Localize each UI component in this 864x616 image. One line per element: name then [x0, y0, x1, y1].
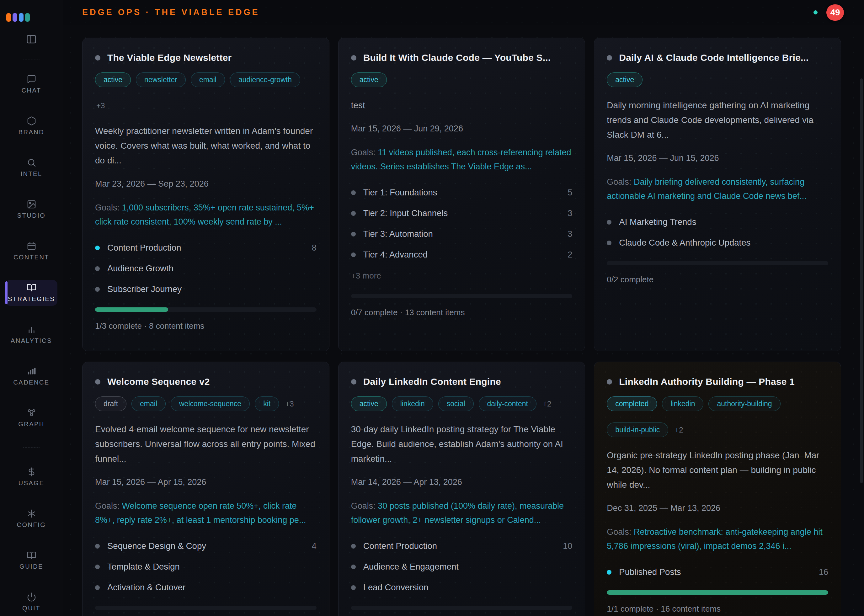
book-open-icon	[27, 550, 36, 560]
goals-text: 1,000 subscribers, 35%+ open rate sustai…	[95, 203, 314, 226]
image-icon	[27, 200, 36, 209]
milestone-status-dot	[95, 245, 100, 250]
sidebar-toggle-button[interactable]	[26, 33, 37, 46]
milestone-row: AI Marketing Trends	[607, 217, 828, 227]
goals-label: Goals:	[351, 148, 376, 157]
goals-text: Retroactive benchmark: anti-gatekeeping …	[607, 527, 822, 551]
card-goals: Goals: 30 posts published (100% daily ra…	[351, 499, 573, 527]
hexagon-icon	[27, 116, 36, 126]
goals-label: Goals:	[95, 203, 120, 212]
card-goals: Goals: Welcome sequence open rate 50%+, …	[95, 499, 316, 527]
milestone-label: Tier 4: Advanced	[363, 250, 560, 260]
tag: linkedin	[662, 396, 703, 411]
signal-bars-icon	[27, 366, 36, 376]
strategy-card[interactable]: Daily AI & Claude Code Intelligence Brie…	[594, 38, 841, 351]
scrollbar-thumb[interactable]	[860, 79, 863, 483]
strategy-card[interactable]: Build It With Claude Code — YouTube S...…	[338, 38, 585, 351]
milestone-row: Activation & Cutover	[95, 583, 316, 592]
milestone-label: Claude Code & Anthropic Updates	[619, 238, 821, 248]
milestone-status-dot	[351, 544, 356, 548]
sidebar-item-studio[interactable]: STUDIO	[5, 196, 57, 222]
card-date-range: Mar 23, 2026 — Sep 23, 2026	[95, 179, 316, 189]
sidebar-item-graph[interactable]: GRAPH	[5, 405, 57, 431]
card-date-range: Mar 15, 2026 — Jun 29, 2026	[351, 124, 573, 134]
tag-overflow-count: +3	[95, 99, 106, 113]
sidebar-item-quit[interactable]: QUIT	[5, 589, 57, 615]
card-description: test	[351, 98, 573, 113]
sidebar-item-label: STUDIO	[17, 212, 46, 219]
strategy-card[interactable]: Welcome Sequence v2 draftemailwelcome-se…	[82, 361, 329, 616]
progress-bar	[351, 294, 573, 298]
notification-badge[interactable]: 49	[826, 5, 844, 21]
card-title: The Viable Edge Newsletter	[107, 52, 231, 63]
tag-overflow-count: +2	[673, 423, 684, 437]
strategy-card[interactable]: The Viable Edge Newsletter activenewslet…	[82, 38, 329, 351]
tag-list: active	[351, 72, 573, 87]
card-description: Organic pre-strategy LinkedIn posting ph…	[607, 448, 828, 492]
tag: audience-growth	[230, 72, 300, 87]
card-status-dot	[351, 379, 356, 385]
card-title: Daily LinkedIn Content Engine	[363, 376, 501, 387]
sidebar-item-strategies[interactable]: STRATEGIES	[5, 280, 57, 306]
sidebar-item-content[interactable]: CONTENT	[5, 238, 57, 264]
top-bar: EDGE OPS · THE VIABLE EDGE 49	[63, 0, 864, 25]
milestone-list: Sequence Design & Copy4Template & Design…	[95, 541, 316, 592]
sidebar-item-label: CONFIG	[17, 521, 46, 528]
milestone-status-dot	[95, 287, 100, 292]
goals-text: 11 videos published, each cross-referenc…	[351, 148, 571, 171]
milestone-label: Template & Design	[107, 562, 309, 572]
power-icon	[27, 592, 36, 602]
goals-label: Goals:	[607, 177, 631, 187]
sidebar-item-label: GRAPH	[18, 421, 44, 428]
milestone-row: Template & Design	[95, 562, 316, 572]
card-description: Daily morning intelligence gathering on …	[607, 98, 828, 142]
milestone-list: Published Posts16	[607, 567, 828, 577]
milestone-count: 5	[568, 188, 572, 198]
milestone-label: Audience & Engagement	[363, 562, 565, 572]
tag: social	[438, 396, 474, 411]
milestone-row: Tier 4: Advanced2	[351, 250, 573, 260]
sidebar-item-analytics[interactable]: ANALYTICS	[5, 322, 57, 347]
progress-bar	[351, 606, 573, 610]
milestone-row: Content Production10	[351, 541, 573, 551]
sidebar-item-cadence[interactable]: CADENCE	[5, 363, 57, 389]
card-date-range: Mar 15, 2026 — Apr 15, 2026	[95, 478, 316, 487]
strategy-card[interactable]: LinkedIn Authority Building — Phase 1 co…	[594, 361, 841, 616]
main-area: EDGE OPS · THE VIABLE EDGE 49 The Viable…	[63, 0, 864, 616]
sidebar-item-chat[interactable]: CHAT	[5, 71, 57, 97]
tag: email	[131, 396, 166, 411]
status-tag: active	[351, 72, 387, 87]
milestone-count: 2	[568, 250, 572, 260]
milestone-status-dot	[95, 266, 100, 271]
app-logo	[0, 13, 30, 22]
milestone-status-dot	[351, 253, 356, 257]
card-date-range: Dec 31, 2025 — Mar 13, 2026	[607, 503, 828, 513]
sidebar-item-label: INTEL	[20, 170, 42, 178]
sidebar-item-config[interactable]: CONFIG	[5, 506, 57, 532]
milestone-count: 3	[568, 229, 572, 239]
tag-list: draftemailwelcome-sequencekit+3	[95, 396, 316, 411]
tag: email	[191, 72, 225, 87]
dollar-icon	[27, 467, 36, 477]
tag: kit	[255, 396, 279, 411]
card-date-range: Mar 14, 2026 — Apr 13, 2026	[351, 478, 573, 487]
milestone-row: Tier 3: Automation3	[351, 229, 573, 239]
milestone-label: Activation & Cutover	[107, 583, 309, 592]
sidebar-item-intel[interactable]: INTEL	[5, 155, 57, 181]
strategy-card[interactable]: Daily LinkedIn Content Engine activelink…	[338, 361, 585, 616]
status-dot-online	[814, 10, 818, 14]
sidebar-item-brand[interactable]: BRAND	[5, 113, 57, 139]
logo-square-orange	[6, 13, 11, 22]
milestone-label: Published Posts	[619, 567, 811, 577]
tag-overflow-count: +3	[284, 397, 295, 411]
sidebar-item-guide[interactable]: GUIDE	[5, 547, 57, 574]
sidebar-item-usage[interactable]: USAGE	[5, 464, 57, 490]
status-tag: active	[95, 72, 131, 87]
sidebar-item-label: CADENCE	[13, 379, 49, 386]
milestone-label: Sequence Design & Copy	[107, 541, 304, 551]
milestone-row: Sequence Design & Copy4	[95, 541, 316, 551]
progress-bar	[95, 307, 316, 312]
sidebar-nav: CHAT BRAND INTEL STUDIO CONTENT STRATEGI…	[0, 71, 63, 615]
tag-overflow-count: +2	[541, 397, 552, 411]
milestone-status-dot	[95, 544, 100, 548]
